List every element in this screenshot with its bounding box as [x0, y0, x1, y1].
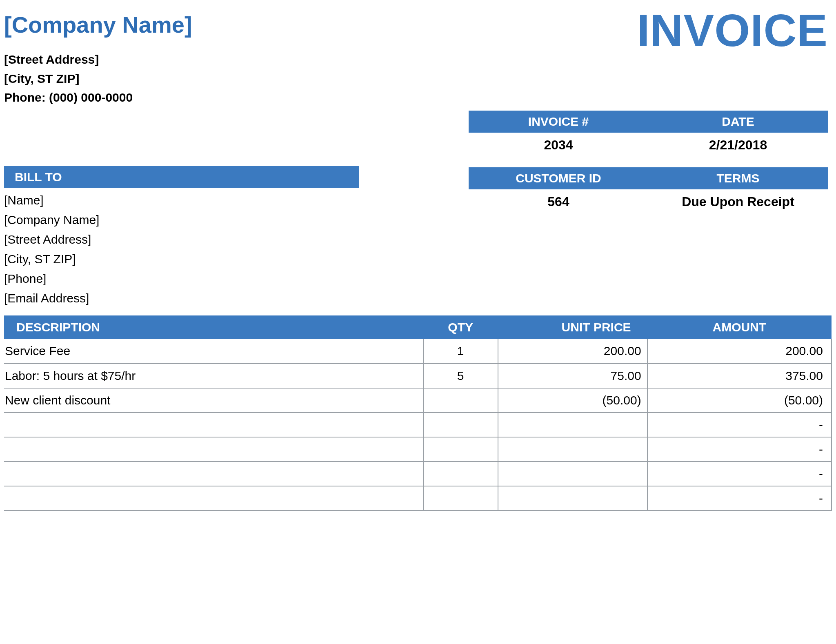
- billto-city: [City, ST ZIP]: [4, 249, 359, 269]
- cell-qty: [423, 486, 498, 511]
- cell-desc: [4, 486, 423, 511]
- meta2-header: CUSTOMER ID TERMS: [469, 167, 828, 189]
- billto-lines: [Name] [Company Name] [Street Address] […: [4, 188, 359, 308]
- cell-desc: [4, 462, 423, 486]
- mid-left: BILL TO [Name] [Company Name] [Street Ad…: [4, 111, 359, 308]
- cell-unit: [498, 437, 647, 462]
- table-row: -: [4, 437, 832, 462]
- cell-desc: Labor: 5 hours at $75/hr: [4, 364, 423, 388]
- cell-amt: -: [647, 437, 832, 462]
- table-row: -: [4, 413, 832, 437]
- cell-unit: (50.00): [498, 388, 647, 413]
- table-row: -: [4, 486, 832, 511]
- cell-amt: -: [647, 486, 832, 511]
- cell-amt: (50.00): [647, 388, 832, 413]
- meta1-header: INVOICE # DATE: [469, 111, 828, 133]
- invoice-title: INVOICE: [637, 4, 828, 57]
- cell-amt: -: [647, 413, 832, 437]
- billto-header: BILL TO: [4, 166, 359, 188]
- cell-qty: [423, 413, 498, 437]
- company-city: [City, ST ZIP]: [4, 69, 192, 89]
- cell-unit: 200.00: [498, 339, 647, 364]
- cell-qty: 5: [423, 364, 498, 388]
- cell-desc: New client discount: [4, 388, 423, 413]
- cell-amt: 375.00: [647, 364, 832, 388]
- cell-qty: [423, 388, 498, 413]
- meta2-label-customer-id: CUSTOMER ID: [469, 171, 648, 185]
- billto-phone: [Phone]: [4, 269, 359, 289]
- cell-unit: 75.00: [498, 364, 647, 388]
- company-block: [Company Name] [Street Address] [City, S…: [4, 8, 192, 107]
- cell-desc: [4, 437, 423, 462]
- table-row: New client discount (50.00) (50.00): [4, 388, 832, 413]
- company-phone: Phone: (000) 000-0000: [4, 88, 192, 107]
- billto-street: [Street Address]: [4, 230, 359, 249]
- mid-section: BILL TO [Name] [Company Name] [Street Ad…: [4, 111, 832, 308]
- col-amount: AMOUNT: [647, 315, 832, 339]
- cell-desc: [4, 413, 423, 437]
- company-name: [Company Name]: [4, 11, 192, 38]
- header: [Company Name] [Street Address] [City, S…: [4, 8, 832, 107]
- invoice-document: [Company Name] [Street Address] [City, S…: [4, 8, 832, 511]
- cell-amt: 200.00: [647, 339, 832, 364]
- billto-name: [Name]: [4, 191, 359, 210]
- cell-unit: [498, 462, 647, 486]
- meta2-values: 564 Due Upon Receipt: [469, 189, 828, 209]
- col-qty: QTY: [423, 315, 498, 339]
- cell-amt: -: [647, 462, 832, 486]
- billto-email: [Email Address]: [4, 289, 359, 308]
- col-unit-price: UNIT PRICE: [498, 315, 647, 339]
- meta1-value-invoice-num: 2034: [469, 133, 648, 153]
- cell-desc: Service Fee: [4, 339, 423, 364]
- meta1-values: 2034 2/21/2018: [469, 133, 828, 153]
- col-description: DESCRIPTION: [4, 315, 423, 339]
- meta1-label-invoice-num: INVOICE #: [469, 115, 648, 129]
- mid-right: INVOICE # DATE 2034 2/21/2018 CUSTOMER I…: [469, 111, 828, 209]
- table-row: -: [4, 462, 832, 486]
- items-header-row: DESCRIPTION QTY UNIT PRICE AMOUNT: [4, 315, 832, 339]
- meta2-value-terms: Due Upon Receipt: [648, 189, 828, 209]
- meta2-value-customer-id: 564: [469, 189, 648, 209]
- meta1-value-date: 2/21/2018: [648, 133, 828, 153]
- company-street: [Street Address]: [4, 50, 192, 69]
- meta2-label-terms: TERMS: [648, 171, 828, 185]
- table-row: Labor: 5 hours at $75/hr 5 75.00 375.00: [4, 364, 832, 388]
- billto-company: [Company Name]: [4, 210, 359, 230]
- line-items-table: DESCRIPTION QTY UNIT PRICE AMOUNT Servic…: [4, 315, 832, 511]
- cell-unit: [498, 413, 647, 437]
- table-row: Service Fee 1 200.00 200.00: [4, 339, 832, 364]
- cell-qty: [423, 437, 498, 462]
- cell-qty: 1: [423, 339, 498, 364]
- cell-qty: [423, 462, 498, 486]
- meta1-label-date: DATE: [648, 115, 828, 129]
- cell-unit: [498, 486, 647, 511]
